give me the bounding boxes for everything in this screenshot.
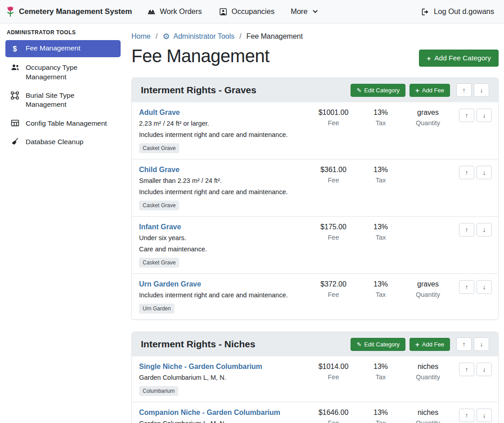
- arrow-down-icon: ↓: [483, 226, 486, 233]
- arrow-down-icon: ↓: [483, 112, 486, 119]
- category-title: Interment Rights - Niches: [141, 339, 346, 350]
- arrow-up-icon: ↑: [465, 226, 468, 233]
- arrow-down-icon: ↓: [483, 283, 486, 291]
- fee-reorder-controls: ↑ ↓: [459, 409, 492, 422]
- fee-name-link[interactable]: Companion Niche - Garden Columbarium: [139, 409, 280, 417]
- arrow-up-icon: ↑: [465, 112, 468, 119]
- fee-name-link[interactable]: Single Niche - Garden Columbarium: [139, 363, 262, 371]
- add-fee-label: Add Fee: [422, 341, 444, 348]
- fee-amount-column: $1001.00 Fee: [309, 109, 358, 127]
- fee-name-link[interactable]: Infant Grave: [139, 223, 181, 231]
- fee-name-link[interactable]: Adult Grave: [139, 109, 180, 117]
- move-fee-up-button[interactable]: ↑: [459, 280, 474, 294]
- sidebar-item-config-table-management[interactable]: Config Table Management: [5, 115, 121, 132]
- tax-label: Tax: [358, 291, 403, 298]
- plus-icon: +: [427, 55, 431, 62]
- quantity-unit: graves: [403, 280, 453, 288]
- move-category-down-button[interactable]: ↓: [474, 83, 489, 97]
- gear-icon: ⚙: [162, 32, 170, 41]
- fee-amount-value: $372.00: [309, 280, 358, 288]
- sidebar-item-label: Fee Management: [26, 44, 81, 53]
- vector-square-icon: [10, 91, 20, 100]
- quantity-column: graves Quantity: [403, 280, 453, 298]
- arrow-down-icon: ↓: [483, 412, 486, 419]
- sidebar-item-label: Database Cleanup: [26, 137, 83, 146]
- move-fee-down-button[interactable]: ↓: [477, 409, 492, 422]
- quantity-unit: graves: [403, 109, 453, 117]
- move-fee-down-button[interactable]: ↓: [477, 280, 492, 294]
- move-fee-up-button[interactable]: ↑: [459, 223, 474, 237]
- fee-amount-column: $175.00 Fee: [309, 223, 358, 241]
- quantity-label: Quantity: [403, 119, 453, 127]
- sidebar-item-label: Occupancy Type Management: [26, 63, 116, 82]
- move-fee-up-button[interactable]: ↑: [459, 109, 474, 122]
- sidebar-item-burial-site-type-management[interactable]: Burial Site Type Management: [5, 87, 121, 113]
- fee-amount-column: $372.00 Fee: [309, 280, 358, 298]
- move-fee-up-button[interactable]: ↑: [459, 409, 474, 422]
- fee-name-link[interactable]: Child Grave: [139, 166, 180, 174]
- fee-type-badge: Urn Garden: [139, 304, 175, 314]
- move-fee-down-button[interactable]: ↓: [477, 223, 492, 237]
- move-fee-down-button[interactable]: ↓: [477, 363, 492, 376]
- move-category-up-button[interactable]: ↑: [456, 337, 472, 351]
- arrow-up-icon: ↑: [463, 341, 466, 348]
- breadcrumb-admin-tools-link[interactable]: ⚙ Administrator Tools: [162, 32, 234, 41]
- edit-category-button[interactable]: ✎ Edit Category: [351, 84, 405, 97]
- category-title: Interment Rights - Graves: [141, 85, 346, 96]
- move-fee-up-button[interactable]: ↑: [459, 363, 474, 376]
- tax-value: 13%: [358, 223, 403, 231]
- sidebar-item-fee-management[interactable]: $ Fee Management: [5, 40, 121, 57]
- sidebar-item-database-cleanup[interactable]: Database Cleanup: [5, 134, 121, 150]
- fee-reorder-controls: ↑ ↓: [459, 363, 492, 376]
- fee-amount-value: $361.00: [309, 166, 358, 174]
- add-fee-category-button[interactable]: + Add Fee Category: [419, 50, 499, 67]
- add-fee-button[interactable]: + Add Fee: [410, 338, 450, 351]
- arrow-up-icon: ↑: [465, 169, 468, 176]
- quantity-column: niches Quantity: [403, 409, 453, 423]
- fee-amount-column: $1014.00 Fee: [309, 363, 358, 381]
- logout-link[interactable]: Log Out d.gowans: [420, 7, 494, 16]
- category-reorder-controls: ↑ ↓: [456, 337, 489, 351]
- edit-category-label: Edit Category: [364, 341, 400, 348]
- move-fee-down-button[interactable]: ↓: [477, 166, 492, 179]
- fee-description: Includes interment right and care and ma…: [139, 291, 306, 299]
- fee-reorder-controls: ↑ ↓: [459, 223, 492, 237]
- fee-amount-value: $175.00: [309, 223, 358, 231]
- breadcrumb-home-link[interactable]: Home: [131, 32, 151, 41]
- quantity-unit: niches: [403, 363, 453, 371]
- logout-icon: [420, 8, 430, 16]
- pencil-icon: ✎: [356, 341, 361, 347]
- quantity-label: Quantity: [403, 373, 453, 381]
- fee-description: Garden Columbarium L, M, N.: [139, 420, 306, 423]
- fee-description: Includes interment right and care and ma…: [139, 188, 306, 196]
- arrow-down-icon: ↓: [480, 86, 483, 94]
- fee-description: Garden Columbarium L, M, N.: [139, 374, 306, 381]
- fee-row: Child Grave Smaller than 2.23 m² / 24 ft…: [132, 159, 498, 217]
- edit-category-button[interactable]: ✎ Edit Category: [351, 338, 405, 351]
- sidebar-item-occupancy-type-management[interactable]: Occupancy Type Management: [5, 59, 121, 85]
- fee-name-link[interactable]: Urn Garden Grave: [139, 280, 201, 288]
- fee-description: 2.23 m² / 24 ft² or larger.: [139, 120, 306, 127]
- fee-description: Smaller than 2.23 m² / 24 ft².: [139, 177, 306, 184]
- fee-info: Urn Garden Grave Includes interment righ…: [139, 280, 309, 314]
- quantity-column: graves Quantity: [403, 109, 453, 127]
- nav-work-orders-label: Work Orders: [160, 7, 202, 16]
- tax-column: 13% Tax: [358, 409, 403, 423]
- nav-work-orders[interactable]: Work Orders: [146, 7, 202, 16]
- sidebar-item-label: Burial Site Type Management: [26, 91, 116, 109]
- nav-more[interactable]: More: [291, 7, 318, 16]
- nav-occupancies[interactable]: Occupancies: [218, 7, 274, 16]
- move-fee-down-button[interactable]: ↓: [477, 109, 492, 122]
- move-category-down-button[interactable]: ↓: [474, 337, 489, 351]
- move-category-up-button[interactable]: ↑: [456, 83, 472, 97]
- fee-amount-label: Fee: [309, 373, 358, 381]
- fee-row: Infant Grave Under six years. Care and m…: [132, 217, 498, 274]
- tax-column: 13% Tax: [358, 280, 403, 298]
- fee-row: Adult Grave 2.23 m² / 24 ft² or larger. …: [132, 102, 498, 159]
- arrow-up-icon: ↑: [465, 366, 468, 373]
- fee-amount-value: $1646.00: [309, 409, 358, 417]
- app-brand-link[interactable]: Cemetery Management System: [5, 5, 132, 18]
- move-fee-up-button[interactable]: ↑: [459, 166, 474, 179]
- add-fee-button[interactable]: + Add Fee: [410, 84, 450, 97]
- fee-info: Adult Grave 2.23 m² / 24 ft² or larger. …: [139, 109, 309, 153]
